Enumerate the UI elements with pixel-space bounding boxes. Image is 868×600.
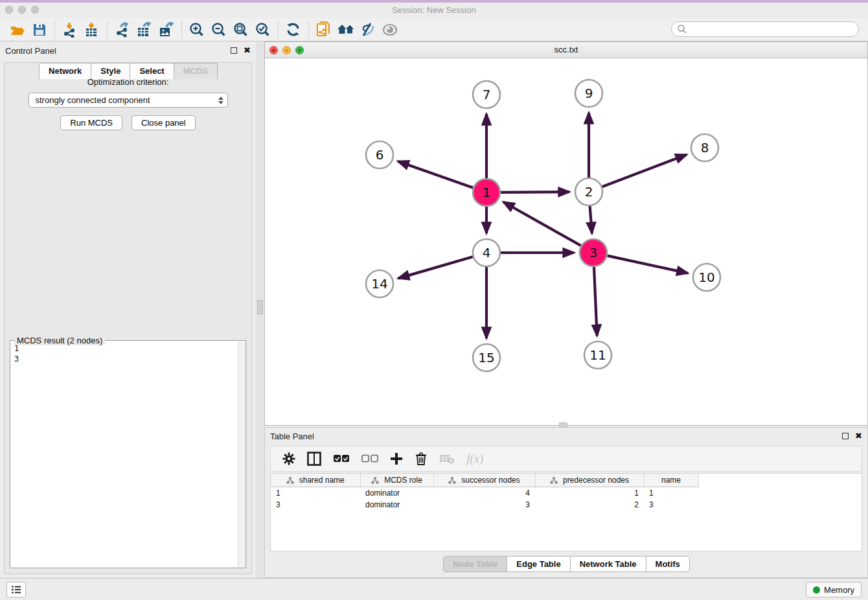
close-table-panel-icon[interactable]: ✖ [855, 433, 862, 439]
table-row[interactable]: 1dominator411 [271, 487, 698, 500]
zoom-fit-icon[interactable] [230, 20, 252, 40]
network-graph-canvas[interactable]: 7968124314101511 [265, 58, 867, 425]
clone-network-icon[interactable] [313, 20, 335, 40]
network-maximize-button[interactable]: + [295, 46, 304, 54]
control-panel-tabs: NetworkStyleSelectMCDS [0, 63, 256, 79]
tab-node-table[interactable]: Node Table [443, 556, 507, 572]
tab-style[interactable]: Style [91, 63, 130, 79]
criterion-dropdown[interactable]: strongly connected component [29, 93, 228, 108]
table-cell[interactable]: 1 [644, 487, 698, 500]
graph-node-14[interactable]: 14 [366, 270, 393, 297]
vertical-splitter[interactable] [256, 42, 264, 578]
export-image-icon[interactable] [155, 20, 177, 40]
memory-button[interactable]: Memory [806, 582, 862, 597]
toolbar-separator [54, 21, 55, 38]
export-network-icon[interactable] [111, 20, 133, 40]
table-panel-title: Table Panel [270, 432, 842, 441]
float-table-panel-icon[interactable] [842, 433, 849, 439]
close-panel-icon[interactable]: ✖ [244, 47, 251, 54]
edge-4-14[interactable] [398, 257, 473, 278]
svg-text:1: 1 [483, 185, 491, 200]
column-header-shared-name[interactable]: shared name [271, 474, 360, 487]
graph-node-11[interactable]: 11 [584, 341, 611, 369]
import-table-icon[interactable] [81, 20, 103, 40]
table-row[interactable]: 3dominator323 [271, 499, 698, 511]
dropdown-stepper-icon [218, 97, 223, 104]
search-icon [677, 24, 687, 34]
column-header-successor-nodes[interactable]: successor nodes [433, 474, 535, 487]
memory-status-icon [813, 586, 820, 594]
graph-node-10[interactable]: 10 [693, 264, 720, 291]
table-cell[interactable]: dominator [360, 499, 433, 511]
save-icon[interactable] [29, 20, 51, 40]
graph-node-7[interactable]: 7 [473, 81, 500, 108]
graph-node-15[interactable]: 15 [473, 344, 500, 371]
zoom-selected-icon[interactable] [252, 20, 274, 40]
tab-motifs[interactable]: Motifs [646, 556, 690, 572]
splitter-handle[interactable] [257, 300, 263, 314]
graph-node-4[interactable]: 4 [473, 239, 500, 266]
hide-panel-icon[interactable] [357, 20, 379, 40]
column-view-icon[interactable] [307, 452, 321, 466]
svg-text:3: 3 [589, 245, 598, 260]
edge-2-8[interactable] [602, 155, 687, 187]
table-cell[interactable]: dominator [360, 487, 433, 500]
search-input[interactable] [687, 23, 858, 36]
open-folder-icon[interactable] [6, 20, 29, 40]
zoom-out-icon[interactable] [208, 20, 230, 40]
search-field[interactable] [671, 21, 859, 37]
deselect-all-icon[interactable] [361, 454, 378, 463]
network-minimize-button[interactable]: − [282, 46, 291, 54]
table-cell[interactable]: 3 [271, 499, 360, 511]
table-cell[interactable]: 4 [433, 487, 535, 500]
control-panel-header: Control Panel ✖ [0, 42, 256, 59]
node-table[interactable]: shared nameMCDS rolesuccessor nodesprede… [270, 473, 862, 551]
hierarchy-icon [550, 477, 558, 484]
edge-1-6[interactable] [398, 161, 473, 188]
run-mcds-button[interactable]: Run MCDS [60, 115, 122, 130]
graph-node-1[interactable]: 1 [473, 179, 500, 206]
table-cell[interactable]: 3 [433, 499, 535, 511]
mcds-tab-content: Optimization criterion: strongly connect… [4, 62, 252, 574]
graph-node-2[interactable]: 2 [575, 178, 602, 205]
graph-node-3[interactable]: 3 [580, 239, 607, 266]
network-close-button[interactable]: × [269, 46, 278, 54]
edge-2-3[interactable] [590, 206, 592, 233]
delete-column-icon[interactable] [415, 452, 428, 466]
control-panel-title: Control Panel [5, 46, 231, 56]
close-panel-button[interactable]: Close panel [131, 115, 196, 130]
tab-mcds[interactable]: MCDS [174, 63, 218, 79]
column-header-name[interactable]: name [644, 474, 698, 487]
refresh-icon[interactable] [282, 20, 304, 40]
table-cell[interactable]: 1 [271, 487, 360, 500]
edge-3-10[interactable] [607, 256, 687, 273]
table-cell[interactable]: 3 [644, 499, 698, 511]
tab-edge-table[interactable]: Edge Table [507, 556, 570, 572]
table-cell[interactable]: 1 [535, 487, 644, 500]
edge-3-1[interactable] [503, 202, 581, 246]
tab-network[interactable]: Network [39, 63, 91, 79]
tab-network-table[interactable]: Network Table [570, 556, 646, 572]
select-all-icon[interactable] [333, 454, 350, 463]
column-header-MCDS-role[interactable]: MCDS role [360, 474, 433, 487]
edge-3-11[interactable] [594, 267, 597, 336]
zoom-in-icon[interactable] [186, 20, 208, 40]
graph-node-9[interactable]: 9 [575, 80, 602, 107]
float-panel-icon[interactable] [231, 47, 237, 54]
export-table-icon[interactable] [133, 20, 155, 40]
show-eye-icon[interactable] [379, 20, 401, 40]
column-header-predecessor-nodes[interactable]: predecessor nodes [535, 474, 644, 487]
criterion-value: strongly connected component [36, 95, 218, 105]
task-history-button[interactable] [6, 582, 26, 597]
tab-select[interactable]: Select [130, 63, 174, 79]
import-network-icon[interactable] [59, 20, 81, 40]
graph-node-8[interactable]: 8 [691, 134, 718, 161]
add-column-icon[interactable] [390, 452, 403, 465]
edge-1-2[interactable] [501, 192, 569, 192]
result-scrollbar[interactable] [238, 341, 245, 567]
svg-text:6: 6 [376, 147, 384, 163]
home-icon[interactable] [335, 20, 357, 40]
table-cell[interactable]: 2 [535, 499, 644, 511]
graph-node-6[interactable]: 6 [366, 141, 393, 168]
gear-icon[interactable] [282, 452, 295, 465]
